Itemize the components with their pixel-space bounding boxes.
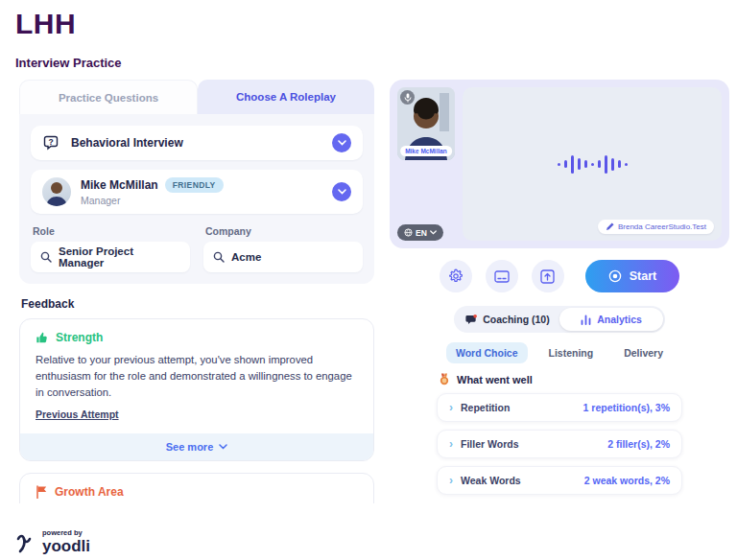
metric-label: Filler Words bbox=[461, 438, 518, 450]
upload-button[interactable] bbox=[532, 260, 564, 292]
feedback-section-title: Feedback bbox=[21, 297, 374, 311]
tab-analytics[interactable]: Analytics bbox=[559, 308, 663, 331]
gear-icon bbox=[448, 268, 464, 284]
strength-card: Strength Relative to your previous attem… bbox=[19, 318, 374, 461]
went-well-title-row: What went well bbox=[439, 373, 682, 385]
role-company-fields: Role Senior Project Manager Company bbox=[31, 223, 363, 272]
lhh-logo: LHH bbox=[15, 10, 722, 38]
page-title: Interview Practice bbox=[15, 56, 722, 70]
subtab-word-choice[interactable]: Word Choice bbox=[446, 342, 528, 363]
captions-icon bbox=[494, 270, 510, 283]
company-field-group: Company Acme bbox=[203, 223, 363, 272]
interview-type-label: Behavioral Interview bbox=[71, 136, 183, 150]
chevron-right-icon: › bbox=[449, 402, 453, 413]
metric-value: 2 filler(s), 2% bbox=[607, 438, 670, 450]
app-header: LHH Interview Practice bbox=[0, 0, 737, 70]
persona-badge: FRIENDLY bbox=[165, 177, 224, 193]
persona-subtitle: Manager bbox=[81, 195, 224, 206]
video-sidebar: Mike McMillan EN bbox=[397, 87, 459, 241]
subtab-listening[interactable]: Listening bbox=[539, 342, 604, 363]
persona-selector[interactable]: Mike McMillan FRIENDLY Manager bbox=[31, 170, 363, 214]
chevron-down-icon bbox=[219, 444, 227, 450]
tab-coaching[interactable]: Coaching (10) bbox=[456, 308, 559, 331]
search-icon bbox=[213, 251, 225, 263]
growth-title: Growth Area bbox=[55, 485, 124, 499]
participant-video-thumbnail[interactable]: Mike McMillan bbox=[397, 87, 455, 160]
role-input-value: Senior Project Manager bbox=[59, 245, 180, 268]
watermark-label: Brenda CareerStudio.Test bbox=[618, 222, 706, 231]
coaching-analytics-segment: Coaching (10) Analytics bbox=[454, 306, 665, 333]
metric-value: 1 repetition(s), 3% bbox=[583, 402, 670, 413]
chevron-down-icon bbox=[430, 230, 437, 235]
growth-area-card: Growth Area Your answers need to focus d… bbox=[19, 473, 374, 503]
medal-icon bbox=[439, 373, 450, 385]
see-more-button[interactable]: See more bbox=[20, 433, 373, 460]
analytics-subtabs: Word Choice Listening Delivery bbox=[390, 342, 729, 363]
metric-label: Weak Words bbox=[461, 475, 521, 486]
company-label: Company bbox=[205, 225, 363, 237]
session-controls: Start bbox=[390, 260, 729, 292]
search-icon bbox=[40, 251, 52, 263]
see-more-label: See more bbox=[166, 441, 214, 453]
powered-by-label: powered by bbox=[42, 528, 90, 537]
start-label: Start bbox=[630, 269, 656, 283]
right-column: Mike McMillan EN Brenda CareerStudio.Tes… bbox=[390, 80, 729, 503]
globe-icon bbox=[404, 228, 413, 237]
chevron-right-icon: › bbox=[449, 475, 453, 486]
role-field-group: Role Senior Project Manager bbox=[31, 223, 190, 272]
pen-icon bbox=[606, 222, 614, 231]
coaching-chat-icon bbox=[465, 315, 477, 325]
strength-title: Strength bbox=[56, 331, 103, 344]
chat-question-icon: ? bbox=[42, 133, 61, 152]
yoodli-brand: yoodli bbox=[42, 538, 90, 554]
chevron-down-icon[interactable] bbox=[332, 133, 351, 152]
company-input[interactable]: Acme bbox=[203, 242, 363, 272]
captions-button[interactable] bbox=[486, 260, 518, 292]
session-watermark: Brenda CareerStudio.Test bbox=[598, 220, 714, 234]
video-panel: Mike McMillan EN Brenda CareerStudio.Tes… bbox=[390, 80, 729, 248]
participant-name-pill: Mike McMillan bbox=[400, 146, 452, 156]
metric-label: Repetition bbox=[461, 402, 510, 413]
metric-row-weak-words[interactable]: ›Weak Words 2 weak words, 2% bbox=[437, 466, 682, 495]
analytics-content: What went well ›Repetition 1 repetition(… bbox=[437, 373, 682, 503]
record-icon bbox=[608, 269, 622, 283]
strength-body: Relative to your previous attempt, you'v… bbox=[36, 352, 358, 401]
analytics-bars-icon bbox=[581, 315, 591, 325]
language-selector[interactable]: EN bbox=[397, 224, 443, 241]
svg-text:?: ? bbox=[48, 137, 53, 147]
role-label: Role bbox=[33, 225, 190, 237]
persona-meta: Mike McMillan FRIENDLY Manager bbox=[81, 177, 224, 206]
roleplay-panel: ? Behavioral Interview Mike McMillan FRI… bbox=[19, 114, 374, 284]
left-column: Practice Questions Choose A Roleplay ? B… bbox=[19, 80, 374, 503]
tab-choose-a-roleplay[interactable]: Choose A Roleplay bbox=[198, 80, 374, 114]
analytics-tab-label: Analytics bbox=[597, 314, 642, 325]
metric-row-repetition[interactable]: ›Repetition 1 repetition(s), 3% bbox=[437, 393, 682, 422]
settings-button[interactable] bbox=[440, 260, 472, 292]
coaching-tab-label: Coaching (10) bbox=[483, 314, 549, 325]
main-content: Practice Questions Choose A Roleplay ? B… bbox=[0, 70, 737, 503]
chevron-right-icon: › bbox=[449, 438, 453, 450]
previous-attempt-link[interactable]: Previous Attempt bbox=[36, 408, 119, 420]
company-input-value: Acme bbox=[231, 251, 261, 263]
interview-type-selector[interactable]: ? Behavioral Interview bbox=[31, 126, 363, 160]
powered-by-yoodli: powered by yoodli bbox=[15, 528, 90, 554]
microphone-icon bbox=[400, 90, 415, 105]
roleplay-tabbar: Practice Questions Choose A Roleplay bbox=[19, 80, 374, 114]
video-stage: Brenda CareerStudio.Test bbox=[463, 87, 722, 241]
language-label: EN bbox=[416, 228, 427, 238]
role-input[interactable]: Senior Project Manager bbox=[31, 242, 190, 272]
tab-practice-questions[interactable]: Practice Questions bbox=[19, 80, 198, 114]
upload-icon bbox=[540, 269, 555, 284]
yoodli-logo-icon bbox=[15, 531, 36, 554]
start-button[interactable]: Start bbox=[585, 260, 679, 292]
metric-value: 2 weak words, 2% bbox=[584, 475, 670, 486]
subtab-delivery[interactable]: Delivery bbox=[614, 342, 673, 363]
audio-waveform bbox=[558, 155, 628, 174]
chevron-down-icon[interactable] bbox=[332, 182, 351, 201]
went-well-title: What went well bbox=[457, 374, 533, 385]
thumbs-up-icon bbox=[36, 331, 49, 344]
flag-icon bbox=[36, 485, 48, 499]
persona-avatar bbox=[42, 177, 71, 206]
metric-row-filler-words[interactable]: ›Filler Words 2 filler(s), 2% bbox=[437, 430, 682, 458]
persona-name: Mike McMillan bbox=[81, 178, 158, 192]
